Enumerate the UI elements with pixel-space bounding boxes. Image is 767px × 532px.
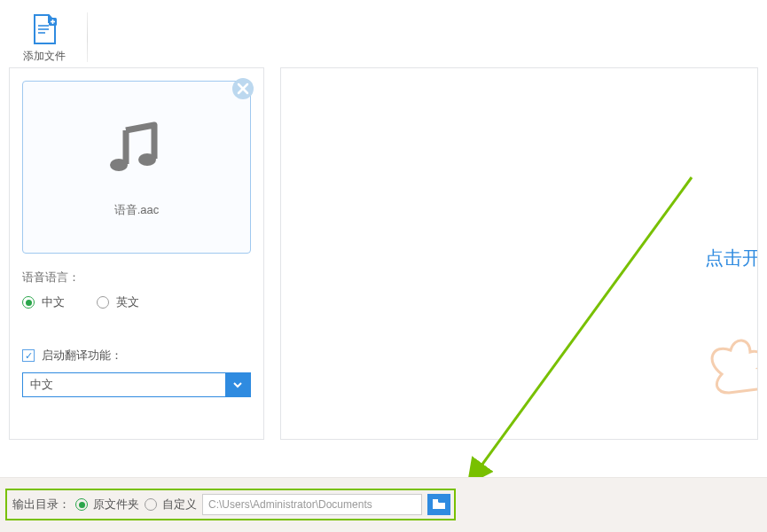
svg-rect-12 [433, 499, 438, 502]
add-file-button[interactable]: 添加文件 [9, 12, 80, 64]
remove-file-button[interactable] [231, 77, 254, 103]
output-radio-original[interactable]: 原文件夹 [75, 497, 139, 512]
language-section-label: 语音语言： [22, 270, 251, 286]
radio-icon [75, 498, 88, 511]
file-card[interactable]: 语音.aac [22, 81, 251, 254]
toolbar: 添加文件 [0, 0, 767, 67]
svg-point-10 [138, 153, 156, 166]
add-file-icon [29, 12, 59, 47]
radio-label: 英文 [116, 294, 139, 310]
language-radio-group: 中文 英文 [22, 294, 251, 310]
radio-icon [97, 296, 109, 309]
close-icon [231, 77, 254, 100]
output-label: 输出目录： [12, 497, 70, 512]
select-dropdown-button[interactable] [225, 373, 250, 396]
radio-label: 自定义 [162, 497, 197, 512]
footer-area: 输出目录： 原文件夹 自定义 [0, 477, 767, 532]
enable-translate-row: ✓ 启动翻译功能： [22, 348, 251, 364]
preview-panel: 点击开 [280, 67, 758, 440]
enable-translate-label: 启动翻译功能： [42, 348, 122, 364]
radio-icon [145, 498, 157, 511]
main-area: 语音.aac 语音语言： 中文 英文 ✓ 启动翻译功能： 中文 [0, 67, 767, 440]
hand-pointer-icon [695, 325, 758, 408]
language-radio-english[interactable]: 英文 [97, 294, 139, 310]
preview-hint-text: 点击开 [705, 246, 758, 270]
toolbar-divider [87, 12, 88, 62]
chevron-down-icon [231, 379, 244, 391]
folder-icon [432, 498, 446, 511]
music-icon [105, 116, 168, 183]
select-value: 中文 [23, 373, 225, 396]
svg-point-9 [110, 159, 128, 171]
browse-folder-button[interactable] [427, 494, 450, 515]
radio-label: 原文件夹 [93, 497, 139, 512]
radio-label: 中文 [42, 294, 65, 310]
translate-language-select[interactable]: 中文 [22, 372, 251, 397]
enable-translate-checkbox[interactable]: ✓ [22, 349, 35, 362]
radio-icon [22, 296, 35, 309]
add-file-label: 添加文件 [23, 49, 66, 64]
output-radio-custom[interactable]: 自定义 [145, 497, 197, 512]
language-radio-chinese[interactable]: 中文 [22, 294, 65, 310]
output-path-input[interactable] [202, 494, 422, 515]
output-directory-bar: 输出目录： 原文件夹 自定义 [5, 489, 456, 520]
file-name-label: 语音.aac [114, 202, 160, 218]
settings-panel: 语音.aac 语音语言： 中文 英文 ✓ 启动翻译功能： 中文 [9, 67, 264, 440]
